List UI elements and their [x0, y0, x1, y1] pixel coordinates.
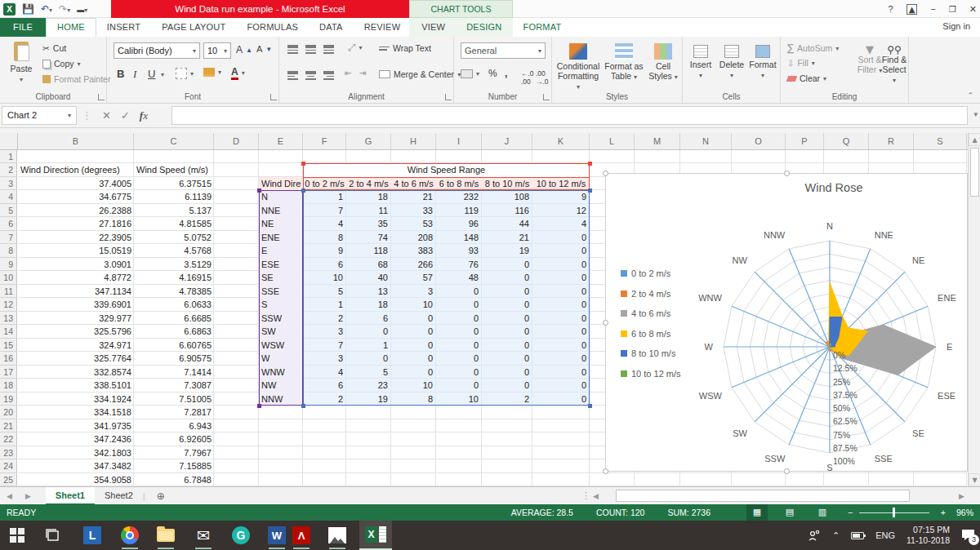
column-header-Q[interactable]: Q — [824, 133, 869, 149]
grid-cell[interactable] — [482, 419, 532, 432]
grid-cell[interactable] — [391, 432, 436, 446]
row-header-7[interactable]: 7 — [0, 231, 17, 244]
ribbon-tab-view[interactable]: VIEW — [411, 18, 456, 37]
cell-F8[interactable]: 9 — [303, 244, 346, 257]
ribbon-tab-home[interactable]: HOME — [46, 18, 96, 37]
grid-cell[interactable] — [346, 419, 391, 432]
cell-E14[interactable]: SW — [259, 325, 303, 338]
scroll-down-icon[interactable]: ▼ — [969, 473, 980, 486]
column-header-P[interactable]: P — [786, 133, 824, 149]
cell-F14[interactable]: 3 — [303, 325, 346, 338]
grid-cell[interactable] — [303, 459, 346, 472]
grid-cell[interactable] — [914, 473, 967, 486]
delete-cells-button[interactable]: Delete▾ — [717, 45, 746, 81]
cell-F3[interactable]: 0 to 2 m/s — [303, 177, 346, 190]
row-header-17[interactable]: 17 — [0, 366, 17, 379]
grid-cell[interactable] — [303, 150, 346, 163]
cell-F4[interactable]: 1 — [303, 190, 346, 203]
cell-K17[interactable]: 0 — [532, 366, 590, 379]
grid-cell[interactable] — [346, 459, 391, 472]
zoom-in-icon[interactable]: + — [941, 504, 946, 521]
cell-H13[interactable]: 0 — [391, 312, 436, 325]
column-header-K[interactable]: K — [532, 133, 590, 149]
grid-cell[interactable] — [303, 432, 346, 446]
cell-E10[interactable]: SE — [259, 271, 303, 284]
ribbon-tab-formulas[interactable]: FORMULAS — [236, 18, 309, 37]
grid-cell[interactable] — [680, 150, 732, 163]
grid-cell[interactable] — [259, 473, 303, 486]
grid-cell[interactable] — [391, 406, 436, 419]
cell-G18[interactable]: 23 — [346, 379, 391, 392]
zoom-out-icon[interactable]: − — [848, 504, 853, 521]
grid-cell[interactable] — [259, 432, 303, 446]
grid-cell[interactable] — [259, 419, 303, 432]
cell-G11[interactable]: 13 — [346, 285, 391, 298]
cell-K14[interactable]: 0 — [532, 325, 590, 338]
cell-G13[interactable]: 6 — [346, 312, 391, 325]
cell-J8[interactable]: 19 — [482, 244, 532, 257]
cell-E4[interactable]: N — [259, 190, 303, 203]
row-header-23[interactable]: 23 — [0, 446, 17, 459]
cell-C4[interactable]: 6.1139 — [134, 190, 214, 203]
cell-B13[interactable]: 329.977 — [18, 312, 134, 325]
cell-F9[interactable]: 6 — [303, 258, 346, 271]
cell-B16[interactable]: 325.7764 — [18, 352, 134, 365]
grid-cell[interactable] — [18, 150, 134, 163]
scroll-right-icon[interactable]: ▶ — [959, 492, 964, 500]
cell-F13[interactable]: 2 — [303, 312, 346, 325]
cell-K4[interactable]: 9 — [532, 190, 590, 203]
cell-E7[interactable]: ENE — [259, 231, 303, 244]
increase-decimal-button[interactable]: ←.0.00 — [521, 69, 534, 86]
column-header-L[interactable]: L — [590, 133, 635, 149]
row-header-12[interactable]: 12 — [0, 298, 17, 311]
people-icon[interactable] — [808, 530, 821, 541]
cell-G9[interactable]: 68 — [346, 258, 391, 271]
grid-cell[interactable] — [259, 406, 303, 419]
cell-G7[interactable]: 74 — [346, 231, 391, 244]
cell-styles-button[interactable]: CellStyles ▾ — [647, 43, 679, 82]
comma-style-button[interactable]: , — [505, 68, 507, 79]
cell-I13[interactable]: 0 — [436, 312, 482, 325]
cell-C13[interactable]: 6.6685 — [134, 312, 214, 325]
fill-color-button[interactable]: ▾ — [203, 68, 221, 77]
cell-B6[interactable]: 27.1816 — [18, 217, 134, 230]
grid-cell[interactable] — [786, 150, 824, 163]
grid-cell[interactable] — [214, 339, 259, 352]
grid-cell[interactable] — [590, 473, 635, 486]
underline-button[interactable]: U — [148, 68, 155, 80]
cell-C3[interactable]: 6.37515 — [134, 177, 214, 190]
grid-cell[interactable] — [134, 150, 214, 163]
cell-B2[interactable]: Wind Direction (degrees) — [18, 163, 134, 176]
cell-B10[interactable]: 4.8772 — [18, 271, 134, 284]
grid-cell[interactable] — [214, 271, 259, 284]
undo-button[interactable]: ↶▾ — [41, 3, 52, 15]
row-header-22[interactable]: 22 — [0, 432, 17, 446]
grid-cell[interactable] — [214, 204, 259, 217]
cell-H6[interactable]: 53 — [391, 217, 436, 230]
cell-H17[interactable]: 0 — [391, 366, 436, 379]
grid-cell[interactable] — [214, 150, 259, 163]
grid-cell[interactable] — [391, 446, 436, 459]
photos-icon[interactable] — [327, 525, 348, 546]
column-header-R[interactable]: R — [869, 133, 914, 149]
cell-H7[interactable]: 208 — [391, 231, 436, 244]
chart-resize-handle[interactable] — [784, 171, 790, 176]
scroll-up-icon[interactable]: ▲ — [969, 133, 980, 146]
grid-cell[interactable] — [214, 312, 259, 325]
cell-J9[interactable]: 0 — [482, 258, 532, 271]
grid-cell[interactable] — [436, 432, 482, 446]
align-left-button[interactable] — [287, 69, 298, 74]
cell-C7[interactable]: 5.0752 — [134, 231, 214, 244]
underline-dropdown[interactable]: ▾ — [161, 71, 164, 78]
cell-F18[interactable]: 6 — [303, 379, 346, 392]
grid-cell[interactable] — [680, 473, 732, 486]
row-header-4[interactable]: 4 — [0, 190, 17, 203]
cell-K18[interactable]: 0 — [532, 379, 590, 392]
cell-G4[interactable]: 18 — [346, 190, 391, 203]
grid-cell[interactable] — [482, 446, 532, 459]
grid-cell[interactable] — [346, 473, 391, 486]
cell-J11[interactable]: 0 — [482, 285, 532, 298]
cell-B22[interactable]: 347.2436 — [18, 432, 134, 446]
cell-H4[interactable]: 21 — [391, 190, 436, 203]
row-header-3[interactable]: 3 — [0, 177, 17, 190]
